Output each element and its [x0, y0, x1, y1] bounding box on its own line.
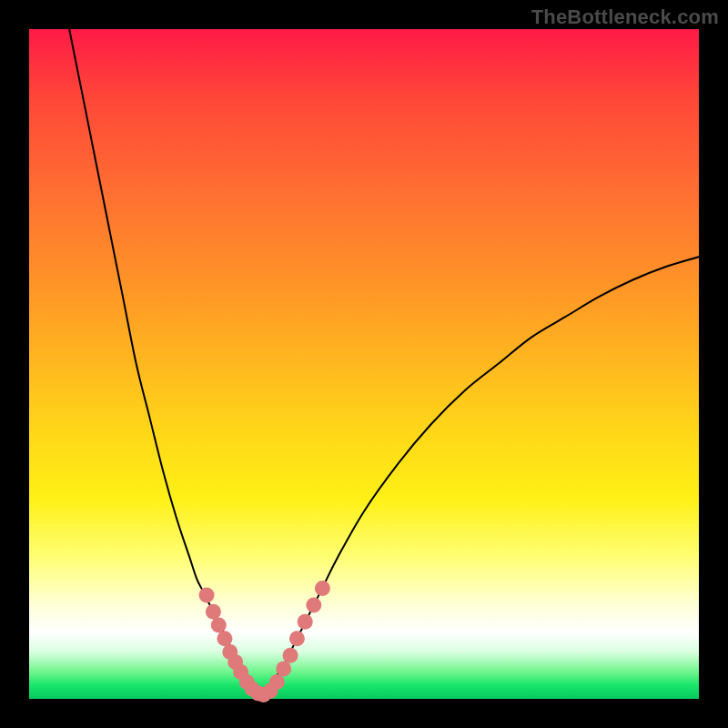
highlight-dot [217, 631, 232, 646]
highlight-dot [199, 587, 215, 602]
highlight-dot [283, 648, 298, 663]
curve-left-branch [69, 29, 257, 695]
highlight-dot [306, 597, 321, 612]
chart-svg [29, 29, 699, 699]
chart-frame: TheBottleneck.com [0, 0, 728, 728]
curve-right-branch [257, 257, 699, 695]
highlight-dot [298, 614, 313, 630]
highlight-dot [289, 631, 305, 646]
watermark-text: TheBottleneck.com [531, 5, 719, 29]
highlight-dot [276, 661, 291, 676]
highlight-markers [199, 581, 330, 703]
highlight-dot [206, 604, 221, 620]
plot-area [29, 29, 699, 699]
highlight-dot [211, 618, 227, 633]
highlight-dot [315, 581, 330, 596]
highlight-dot [269, 674, 285, 690]
